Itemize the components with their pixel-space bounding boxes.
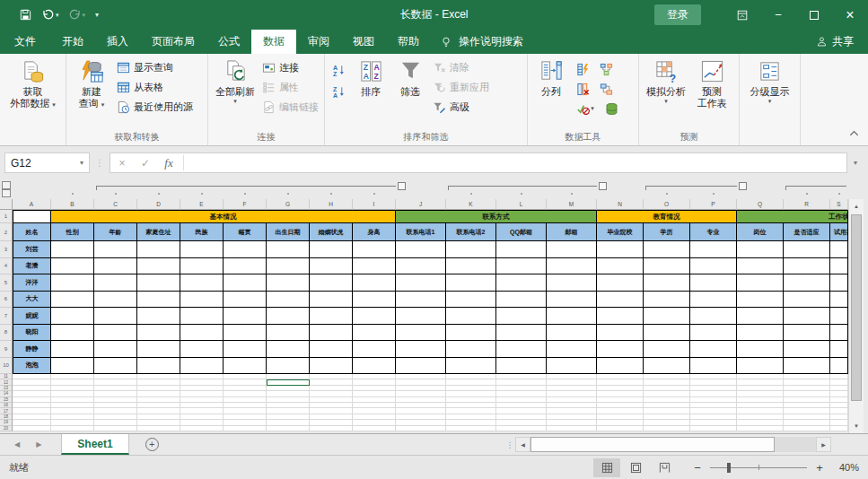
column-letter-K[interactable]: K [446,199,496,210]
ribbon-tab-2[interactable]: 开始 [50,30,95,54]
cell[interactable] [597,308,644,325]
zoom-level[interactable]: 40% [827,462,859,473]
cell[interactable] [597,358,644,375]
column-header-cell[interactable]: 家庭住址 [137,223,180,241]
cell[interactable] [690,292,737,309]
group-header-cell[interactable]: 教育情况 [597,210,737,223]
cell[interactable] [353,274,396,292]
cell[interactable] [353,258,396,275]
insert-function-button[interactable]: fx [157,156,180,170]
cell[interactable] [446,274,496,292]
column-letter-H[interactable]: H [310,199,353,210]
collapse-ribbon-button[interactable] [849,125,859,141]
manage-data-model-button[interactable] [601,100,622,118]
cell[interactable] [13,426,51,431]
row-header[interactable]: 6 [0,292,13,309]
cell[interactable] [267,426,310,431]
column-letter-P[interactable]: P [690,199,737,210]
cell[interactable] [353,325,396,342]
cell[interactable] [644,274,690,292]
column-letter-D[interactable]: D [137,199,180,210]
cell[interactable] [137,426,180,431]
cell[interactable] [137,241,180,258]
cell[interactable] [224,241,267,258]
column-letter-I[interactable]: I [353,199,396,210]
ribbon-tab-4[interactable]: 页面布局 [140,30,206,54]
cell[interactable] [446,292,496,309]
cell[interactable] [547,426,597,431]
cell[interactable] [496,426,547,431]
cell[interactable] [690,325,737,342]
cell[interactable] [690,358,737,375]
cell[interactable] [737,292,784,309]
cell[interactable] [644,358,690,375]
outline-level-button-2[interactable] [2,189,11,197]
page-break-preview-button[interactable] [651,458,678,477]
cell[interactable] [353,308,396,325]
cell[interactable] [51,258,94,275]
zoom-out-button[interactable]: − [692,461,703,475]
advanced-filter-button[interactable]: 高级 [430,98,492,116]
cell[interactable] [547,341,597,358]
cell[interactable] [310,258,353,275]
cell[interactable] [784,292,830,309]
cell[interactable] [597,258,644,275]
cell[interactable] [180,341,224,358]
column-header-cell[interactable]: 婚姻状况 [310,223,353,241]
cell[interactable] [396,325,446,342]
next-sheet-icon[interactable]: ▶ [36,440,41,449]
cell[interactable] [597,426,644,431]
cell[interactable] [310,358,353,375]
row-header[interactable]: 9 [0,341,13,358]
save-button[interactable] [16,5,35,25]
cell[interactable] [51,274,94,292]
cell[interactable] [496,341,547,358]
column-header-cell[interactable]: 是否适应 [784,223,830,241]
cell[interactable] [267,258,310,275]
cell[interactable] [737,426,784,431]
cell[interactable] [396,341,446,358]
column-letter-S[interactable]: S [830,199,848,210]
name-cell[interactable]: 老潘 [13,258,51,275]
column-header-cell[interactable]: 岗位 [737,223,784,241]
cell[interactable] [310,292,353,309]
cell[interactable] [353,426,396,431]
row-header[interactable]: 3 [0,241,13,258]
cell[interactable] [396,308,446,325]
cell[interactable] [597,325,644,342]
zoom-slider-thumb[interactable] [727,463,731,473]
group-header-cell[interactable]: 联系方式 [396,210,597,223]
previous-sheet-icon[interactable]: ◀ [14,440,20,449]
cell[interactable] [446,241,496,258]
cell[interactable] [51,341,94,358]
undo-button[interactable]: ▾ [39,5,62,25]
cell[interactable] [180,308,224,325]
cell[interactable] [737,258,784,275]
cell[interactable] [224,292,267,309]
remove-duplicates-button[interactable] [572,80,593,98]
cell[interactable] [94,241,137,258]
cell[interactable] [547,241,597,258]
cell[interactable] [396,274,446,292]
data-validation-button[interactable]: ▾ [572,100,599,118]
what-if-analysis-button[interactable]: ? 模拟分析 ▾ [642,56,690,127]
ribbon-tab-6[interactable]: 数据 [251,30,296,54]
cell[interactable] [446,358,496,375]
column-letter-E[interactable]: E [180,199,224,210]
column-header-cell[interactable]: 出生日期 [267,223,310,241]
cell[interactable] [224,274,267,292]
cell[interactable] [830,274,848,292]
recent-sources-button[interactable]: 最近使用的源 [114,98,196,116]
cell[interactable] [94,258,137,275]
cell[interactable] [737,358,784,375]
column-header-cell[interactable]: 联系电话2 [446,223,496,241]
cell[interactable] [267,241,310,258]
cell[interactable] [353,292,396,309]
cell[interactable] [496,308,547,325]
group-header-cell[interactable]: 工作状况 [737,210,848,223]
vertical-scrollbar[interactable]: ▲ ▼ [848,199,864,433]
column-header-cell[interactable]: 姓名 [13,223,51,241]
cell[interactable] [784,358,830,375]
cell[interactable] [180,358,224,375]
cell[interactable] [224,325,267,342]
